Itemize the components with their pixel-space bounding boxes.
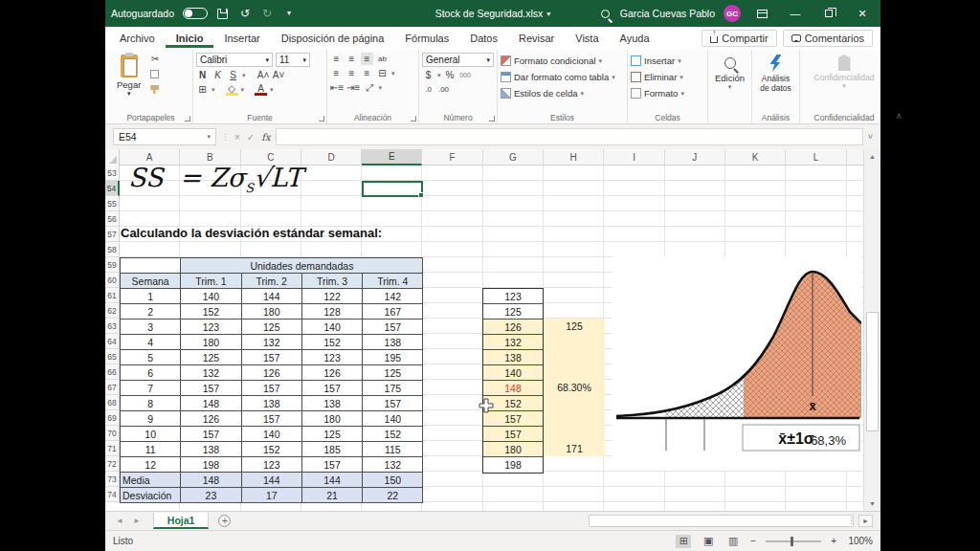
underline-button[interactable]: S (227, 69, 239, 81)
font-size-select[interactable]: 11▾ (276, 53, 310, 67)
align-bottom-icon[interactable]: ≡ (361, 53, 373, 65)
page-break-view-icon[interactable]: ▥ (725, 535, 741, 548)
italic-button[interactable]: K (212, 69, 224, 81)
row-header-73[interactable]: 73 (105, 472, 120, 487)
normal-distribution-chart[interactable]: x̄ x̄±1σ 68,3% (612, 256, 861, 471)
g-cell[interactable]: 138 (483, 350, 543, 365)
data-cell[interactable]: 8 (121, 396, 181, 411)
data-cell[interactable]: 126 (241, 365, 301, 381)
name-box[interactable]: E54▾ (113, 128, 216, 145)
g-cell[interactable]: 198 (483, 457, 543, 473)
summary-cell[interactable]: 144 (241, 473, 301, 488)
tab-archivo[interactable]: Archivo (109, 30, 166, 48)
data-cell[interactable]: 157 (181, 427, 241, 442)
scroll-down-icon[interactable]: ▼ (864, 496, 880, 511)
tab-revisar[interactable]: Revisar (508, 30, 565, 48)
grow-font-button[interactable]: A˄ (257, 69, 270, 81)
row-header-66[interactable]: 66 (105, 364, 120, 380)
cell-empty[interactable] (121, 258, 181, 274)
row-header-56[interactable]: 56 (105, 211, 120, 227)
column-header-E[interactable]: E (362, 149, 422, 165)
increase-decimal-icon[interactable]: .0 (422, 83, 434, 96)
cell-styles-button[interactable]: Estilos de celda▾ (501, 85, 624, 101)
tab-vista[interactable]: Vista (565, 30, 609, 48)
data-cell[interactable]: 157 (241, 350, 301, 365)
data-cell[interactable]: 140 (363, 411, 423, 427)
data-cell[interactable]: 138 (181, 442, 241, 457)
data-cell[interactable]: 175 (363, 381, 423, 396)
g-cell[interactable]: 157 (483, 411, 543, 427)
tab-disposición-de-página[interactable]: Disposición de página (271, 30, 395, 48)
vertical-scroll-thumb[interactable] (866, 312, 879, 431)
row-header-71[interactable]: 71 (105, 441, 120, 456)
align-right-icon[interactable]: ≡ (361, 67, 373, 79)
data-cell[interactable]: 144 (241, 289, 301, 304)
data-cell[interactable]: 157 (363, 396, 423, 411)
scroll-right-icon[interactable]: ► (858, 515, 873, 527)
column-header-L[interactable]: L (786, 149, 846, 165)
g-cell[interactable]: 157 (483, 427, 543, 442)
data-cell[interactable]: 167 (363, 304, 423, 320)
header-cell[interactable]: Trim. 4 (363, 274, 423, 289)
tab-datos[interactable]: Datos (459, 30, 508, 48)
row-header-68[interactable]: 68 (105, 395, 120, 410)
header-cell[interactable]: Semana (121, 274, 181, 289)
data-cell[interactable]: 1 (121, 289, 181, 304)
fill-color-icon[interactable]: ◇ (226, 83, 238, 96)
clipboard-dialog-launcher-icon[interactable] (185, 116, 190, 121)
comments-button[interactable]: Comentarios (783, 30, 873, 47)
data-cell[interactable]: 152 (301, 335, 362, 350)
data-cell[interactable]: 7 (121, 381, 181, 396)
data-cell[interactable]: 132 (363, 457, 423, 473)
column-header-H[interactable]: H (544, 149, 604, 165)
data-cell[interactable]: 140 (181, 289, 241, 304)
data-analysis-button[interactable]: Análisis de datos (755, 53, 796, 95)
row-header-69[interactable]: 69 (105, 410, 120, 426)
row-header-58[interactable]: 58 (105, 242, 120, 257)
data-cell[interactable]: 115 (363, 442, 423, 457)
autosave-toggle[interactable] (183, 8, 208, 19)
format-cells-button[interactable]: Formato▾ (631, 85, 704, 101)
data-cell[interactable]: 11 (121, 442, 181, 457)
data-cell[interactable]: 157 (363, 320, 423, 335)
borders-icon[interactable]: ⊞ (196, 83, 209, 96)
g-cell[interactable]: 126 (483, 320, 543, 335)
undo-icon[interactable]: ↺ (238, 7, 252, 20)
summary-label-cell[interactable]: Desviación (121, 488, 181, 503)
delete-cells-button[interactable]: Eliminar▾ (631, 69, 704, 85)
align-middle-icon[interactable]: ≡ (345, 53, 358, 65)
g-cell[interactable]: 125 (483, 304, 543, 320)
data-cell[interactable]: 3 (121, 320, 181, 335)
data-cell[interactable]: 125 (363, 365, 423, 381)
summary-cell[interactable]: 17 (241, 488, 301, 503)
scroll-up-icon[interactable]: ▲ (864, 149, 880, 164)
g-cell[interactable]: 123 (483, 289, 543, 304)
data-cell[interactable]: 138 (241, 396, 301, 411)
tab-insertar[interactable]: Insertar (213, 30, 270, 48)
column-header-C[interactable]: C (241, 149, 301, 165)
minimize-icon[interactable]: — (783, 3, 808, 24)
data-cell[interactable]: 152 (181, 304, 241, 320)
tab-split-handle[interactable]: ⋮ (847, 516, 856, 525)
number-format-select[interactable]: General▾ (422, 53, 494, 67)
row-header-55[interactable]: 55 (105, 196, 120, 211)
zoom-out-icon[interactable]: − (750, 536, 756, 546)
merged-header-cell[interactable]: Unidades demandadas (181, 258, 423, 274)
data-cell[interactable]: 12 (121, 457, 181, 473)
comma-format-icon[interactable]: 000 (459, 69, 472, 81)
active-cell-selection[interactable] (362, 181, 423, 197)
conditional-formatting-button[interactable]: Formato condicional▾ (501, 53, 624, 69)
data-cell[interactable]: 198 (181, 457, 241, 473)
data-cell[interactable]: 10 (121, 427, 181, 442)
header-cell[interactable]: Trim. 2 (241, 274, 301, 289)
row-header-59[interactable]: 59 (105, 257, 120, 273)
number-dialog-launcher-icon[interactable] (489, 116, 495, 121)
insert-cells-button[interactable]: Insertar▾ (631, 53, 704, 69)
add-sheet-icon[interactable]: + (218, 515, 231, 527)
normal-view-icon[interactable]: ⊞ (676, 535, 691, 548)
data-cell[interactable]: 140 (301, 320, 362, 335)
tab-fórmulas[interactable]: Fórmulas (394, 30, 459, 48)
alignment-dialog-launcher-icon[interactable] (411, 116, 416, 121)
paste-button[interactable]: Pegar▾ (112, 53, 145, 99)
data-cell[interactable]: 126 (301, 365, 362, 381)
